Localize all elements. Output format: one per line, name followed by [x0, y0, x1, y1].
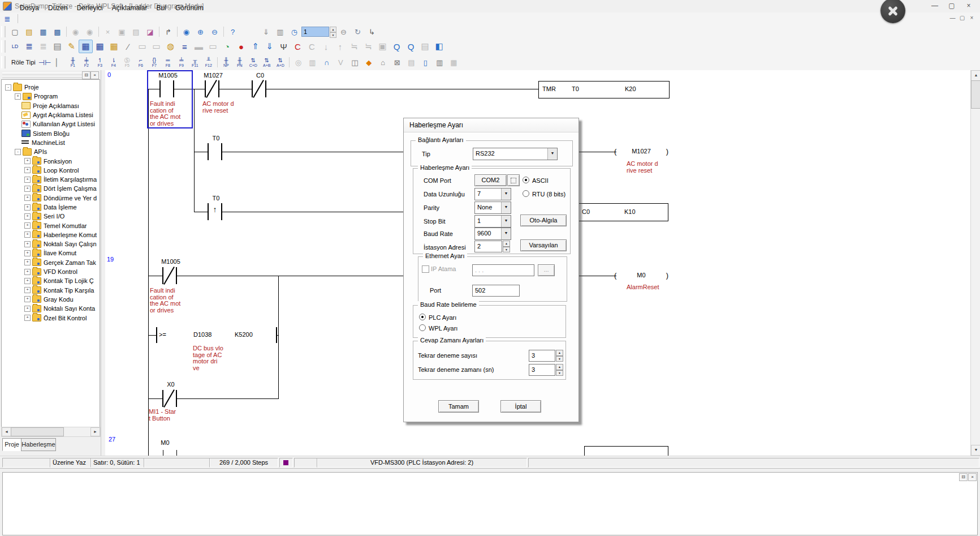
expand-icon[interactable]: +: [24, 287, 31, 293]
ld-out-icon[interactable]: LD: [8, 40, 22, 53]
plant-icon[interactable]: ⌂: [376, 56, 390, 68]
find-icon[interactable]: ◉: [179, 25, 193, 38]
contact-m1005-nc[interactable]: [162, 267, 177, 284]
float-window-icon[interactable]: ◫: [348, 56, 362, 68]
tree-item-data-i-şleme[interactable]: +Data İşleme: [2, 203, 100, 212]
scroll-up-icon[interactable]: ▲: [971, 70, 980, 81]
ip-assign-checkbox[interactable]: [422, 265, 429, 273]
wpl-setting-radio[interactable]: [419, 324, 426, 331]
tree-item-loop-kontrol[interactable]: +Loop Kontrol: [2, 166, 100, 175]
tree-item-aygıt-açıklama-listesi[interactable]: Aygıt Açıklama Listesi: [2, 110, 100, 119]
export-icon[interactable]: ◉: [83, 25, 97, 38]
spin-down-icon[interactable]: ▼: [503, 247, 510, 253]
online-mode-icon[interactable]: ◔: [220, 40, 234, 53]
expand-icon[interactable]: +: [24, 158, 31, 164]
tree-item-özel-bit-kontrol[interactable]: +Özel Bit Kontrol: [2, 313, 100, 322]
collapse-icon[interactable]: -: [15, 149, 21, 155]
branch-f11-icon[interactable]: ╥F11: [188, 55, 202, 69]
expand-icon[interactable]: +: [15, 93, 21, 100]
np-contact-icon[interactable]: ╫NP: [219, 55, 233, 69]
ladder-view-icon[interactable]: ≣: [22, 40, 36, 53]
print-monitor-icon[interactable]: ▤: [418, 40, 432, 53]
tree-item-noktalı-sayı-çalışn[interactable]: +Noktalı Sayı Çalışn: [2, 239, 100, 248]
out-f8-icon[interactable]: ═F8: [161, 55, 175, 69]
draw-line-icon[interactable]: ∕: [121, 40, 135, 53]
mdi-minimize-button[interactable]: —: [948, 14, 957, 23]
com-port-browse-button[interactable]: [507, 174, 520, 186]
spin-up-icon[interactable]: ▲: [556, 364, 563, 370]
compare-contact[interactable]: >= D1038 K5200: [156, 327, 277, 343]
com-port-button[interactable]: COM2: [474, 174, 507, 186]
clipboard-icon[interactable]: ▤: [404, 56, 418, 68]
compare-icon[interactable]: ≒: [347, 40, 361, 53]
coil-m1027[interactable]: ( M1027 ): [614, 147, 668, 156]
window-mode-icon[interactable]: ▭: [206, 40, 220, 53]
tree-item-machinelist[interactable]: MachineList: [2, 138, 100, 147]
menu-düzen[interactable]: Düzen: [44, 4, 72, 12]
ladder-monitor-icon[interactable]: ≡: [178, 40, 192, 53]
stop-bit-dropdown[interactable]: 1 ▼: [474, 215, 511, 228]
chevron-down-icon[interactable]: ▼: [547, 148, 557, 160]
time-icon[interactable]: ◷: [287, 25, 301, 38]
pane-pin-button[interactable]: ⊟: [959, 473, 968, 481]
tip-dropdown[interactable]: RS232 ▼: [473, 148, 558, 160]
upload-from-plc-icon[interactable]: ⇑: [248, 40, 262, 53]
grid-icon[interactable]: ▦: [447, 56, 461, 68]
keypad-icon[interactable]: ▦: [107, 40, 121, 53]
pid-icon[interactable]: ▥: [305, 56, 320, 68]
scroll-left-icon[interactable]: ◄: [2, 427, 11, 436]
cut-icon[interactable]: ×: [101, 25, 115, 38]
spin-down-icon[interactable]: ▼: [556, 356, 563, 362]
delete-row-icon[interactable]: ⇅A+D: [274, 55, 287, 69]
coil-f7-icon[interactable]: {}F7: [148, 55, 161, 69]
pn-contact-icon[interactable]: ╫PN: [233, 55, 247, 69]
chevron-down-icon[interactable]: ▼: [501, 202, 511, 213]
set-f5-icon[interactable]: ⓈF5: [120, 55, 134, 69]
comment-view-icon[interactable]: ▤: [50, 40, 64, 53]
code-convert-icon[interactable]: C: [291, 40, 305, 53]
expand-icon[interactable]: +: [24, 296, 31, 302]
ip-browse-button[interactable]: ...: [538, 264, 555, 276]
station-address-stepper[interactable]: 2 ▲▼: [474, 241, 510, 252]
ip-address-field[interactable]: . . .: [472, 264, 534, 276]
rtu-radio[interactable]: [523, 190, 529, 197]
menu-açıklamalar[interactable]: Açıklamalar: [107, 4, 152, 12]
scroll-thumb[interactable]: [11, 427, 64, 436]
tmr-instruction-box[interactable]: TMR T0 K20: [538, 81, 670, 98]
tree-item-sistem-bloğu[interactable]: Sistem Bloğu: [2, 128, 100, 138]
coil-m0[interactable]: ( M0 ): [614, 271, 668, 280]
device-icon[interactable]: ▯: [418, 56, 433, 68]
retry-time-stepper[interactable]: 3 ▲▼: [529, 364, 563, 376]
menu-derleyici[interactable]: Derleyici: [72, 4, 107, 12]
expand-icon[interactable]: +: [24, 306, 31, 312]
merge-f12-icon[interactable]: ╨F12: [202, 55, 215, 69]
monitor-window2-icon[interactable]: ▭: [149, 40, 163, 53]
tree-hscrollbar[interactable]: ◄ ►: [1, 427, 101, 437]
chevron-down-icon[interactable]: ▼: [501, 228, 511, 239]
verify-icon[interactable]: ≒: [361, 40, 375, 53]
tree-item-gerçek-zaman-tak[interactable]: +Gerçek Zaman Tak: [2, 258, 100, 267]
menu-dosya[interactable]: Dosya: [15, 4, 44, 12]
copy-icon[interactable]: ▣: [115, 25, 129, 38]
panel-splitter[interactable]: [101, 70, 105, 456]
save-all-icon[interactable]: ▩: [50, 25, 64, 38]
tree-item-vfd-kontrol[interactable]: +VFD Kontrol: [2, 267, 100, 276]
expand-icon[interactable]: +: [24, 204, 31, 211]
expand-icon[interactable]: +: [24, 250, 31, 256]
contact-t0[interactable]: [208, 143, 222, 160]
spin-up-icon[interactable]: ▲: [503, 241, 510, 247]
edit-comment-icon[interactable]: ✎: [64, 40, 79, 53]
copy-row-icon[interactable]: ⇅C+D: [247, 55, 260, 69]
contact-x0[interactable]: [162, 390, 177, 407]
step-size-input[interactable]: 1: [301, 27, 329, 37]
new-file-icon[interactable]: ▢: [8, 25, 22, 38]
tab-haberlesme[interactable]: Haberleşme: [21, 438, 56, 451]
port-field[interactable]: 502: [472, 285, 520, 297]
parity-dropdown[interactable]: None ▼: [474, 201, 511, 214]
tree-item-apis[interactable]: -APIs: [2, 147, 100, 156]
cursor-icon[interactable]: ▏: [52, 56, 66, 68]
rotate-tool-icon[interactable]: ↱: [161, 25, 175, 38]
save-icon[interactable]: ▦: [36, 25, 50, 38]
download-program-icon[interactable]: ⇓: [259, 25, 273, 38]
panel-close-button[interactable]: ×: [90, 71, 99, 79]
